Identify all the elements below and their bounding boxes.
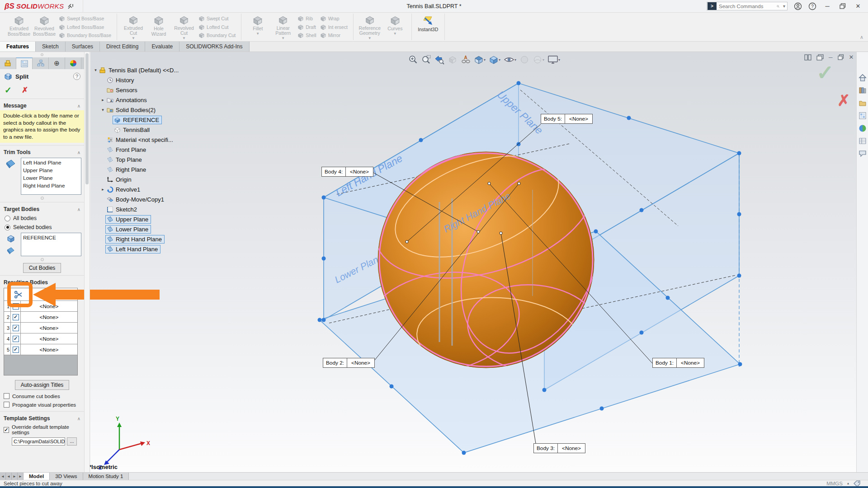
units-caret-icon[interactable]: ▴ <box>847 481 849 485</box>
tree-item-left-hand-plane[interactable]: Left Hand Plane <box>93 244 181 254</box>
collapse-arrow-icon[interactable]: ▸ <box>100 187 106 192</box>
resulting-body-row[interactable]: 4✓<None> <box>4 333 77 344</box>
zoom-to-fit-icon[interactable] <box>408 55 418 65</box>
tab-displaymanager[interactable] <box>65 57 81 69</box>
callout-value[interactable]: <None> <box>345 167 373 176</box>
ribbon-collapse-icon[interactable]: ∧ <box>860 34 863 40</box>
ribbon-button-lofted-cut[interactable]: Lofted Cut <box>198 24 236 30</box>
tab-surfaces[interactable]: Surfaces <box>66 42 100 52</box>
units-label[interactable]: MMGS <box>826 481 843 486</box>
ribbon-button-int-ersect[interactable]: Int ersect <box>320 24 348 30</box>
ribbon-button-instant3d[interactable]: Instant3D <box>415 14 441 40</box>
search-icon[interactable] <box>775 3 781 9</box>
appearances-scenes-icon[interactable] <box>859 124 867 132</box>
first-tab-button[interactable]: ◄ <box>0 473 6 480</box>
doc-close-button[interactable]: ✕ <box>849 54 854 61</box>
prev-tab-button[interactable]: ◄ <box>6 473 12 480</box>
dropdown-caret-icon[interactable]: ▼ <box>393 32 397 36</box>
dropdown-caret-icon[interactable]: ▼ <box>182 37 186 40</box>
resulting-body-row[interactable]: 1✓<None> <box>4 301 77 312</box>
panel-grip[interactable] <box>0 52 84 57</box>
tab-configurationmanager[interactable] <box>33 57 49 69</box>
help-icon[interactable]: ? <box>73 73 80 80</box>
trim-tool-item[interactable]: Left Hand Plane <box>23 159 79 167</box>
callout-value[interactable]: <None> <box>347 358 374 367</box>
resulting-bodies-section-header[interactable]: Resulting Bodies <box>0 278 84 287</box>
tree-item-solid-bodies-2[interactable]: ▾Solid Bodies(2) <box>93 105 181 115</box>
expand-arrow-icon[interactable]: ▾ <box>93 68 99 72</box>
ribbon-button-reference-geometry[interactable]: Reference Geometry▼ <box>357 14 382 40</box>
solidworks-resources-icon[interactable] <box>859 74 867 82</box>
search-input[interactable] <box>717 4 775 9</box>
tab-sketch[interactable]: Sketch <box>36 42 66 52</box>
row-checkbox[interactable]: ✓ <box>13 303 19 310</box>
ribbon-button-lofted-boss-base[interactable]: Lofted Boss/Base <box>59 24 111 30</box>
next-tab-button[interactable]: ► <box>12 473 18 480</box>
resize-handle[interactable] <box>41 258 44 261</box>
body-file-name[interactable]: <None> <box>21 323 77 333</box>
ribbon-button-swept-boss-base[interactable]: Swept Boss/Base <box>59 15 111 22</box>
apply-scene-button[interactable]: ▾ <box>533 55 544 65</box>
ribbon-button-linear-pattern[interactable]: Linear Pattern▼ <box>270 14 296 40</box>
trim-tools-section-header[interactable]: Trim Tools∧ <box>0 148 84 157</box>
override-template-checkbox[interactable]: ✓Override default template settings <box>0 423 84 436</box>
close-button[interactable]: ✕ <box>854 3 863 9</box>
ribbon-button-shell[interactable]: Shell <box>297 32 316 38</box>
tree-item-history[interactable]: History <box>93 75 181 85</box>
cancel-button[interactable]: ✗ <box>22 85 28 95</box>
tree-item-annotations[interactable]: ▸AAnnotations <box>93 95 181 105</box>
tree-item-material-not-specifi[interactable]: Material <not specifi... <box>93 135 181 145</box>
tab-direct-editing[interactable]: Direct Editing <box>100 42 145 52</box>
callout-body-2[interactable]: Body 2:<None> <box>323 358 375 368</box>
radio-all-bodies[interactable]: All bodies <box>0 214 84 223</box>
user-account-icon[interactable] <box>794 2 802 10</box>
body-file-name[interactable]: <None> <box>21 333 77 344</box>
section-view-icon[interactable] <box>448 55 458 65</box>
trim-tools-list[interactable]: Left Hand PlaneUpper PlaneLower PlaneRig… <box>21 158 81 195</box>
radio-selected-bodies[interactable]: Selected bodies <box>0 223 84 232</box>
callout-value[interactable]: <None> <box>557 444 585 453</box>
auto-assign-titles-button[interactable]: Auto-assign Titles <box>15 380 70 390</box>
view-palette-icon[interactable] <box>859 112 867 120</box>
resulting-bodies-table[interactable]: 1✓<None>2✓<None>3✓<None>4✓<None>5✓<None> <box>4 288 78 375</box>
ribbon-button-curves[interactable]: Curves▼ <box>382 14 408 40</box>
chevron-up-icon[interactable]: ∧ <box>77 416 80 421</box>
ribbon-button-boundary-boss-base[interactable]: Boundary Boss/Base <box>59 32 111 38</box>
tree-item-tennisball[interactable]: TennisBall <box>93 125 181 135</box>
trim-tool-item[interactable]: Upper Plane <box>23 167 79 174</box>
display-style-button[interactable]: ▾ <box>489 55 500 65</box>
hide-show-items-button[interactable]: ▾ <box>504 55 516 65</box>
ribbon-button-revolved-boss-base[interactable]: Revolved Boss/Base <box>32 14 57 40</box>
panel-scrollbar[interactable] <box>84 52 90 472</box>
resize-handle[interactable] <box>41 197 44 200</box>
dropdown-caret-icon[interactable]: ▼ <box>256 32 259 36</box>
ribbon-button-hole-wizard[interactable]: Hole Wizard <box>146 14 171 40</box>
help-icon[interactable]: ? <box>808 2 816 10</box>
tab-dimxpertmanager[interactable]: ⊕ <box>49 57 65 69</box>
collapse-arrow-icon[interactable]: ▸ <box>100 98 106 102</box>
tree-item-origin[interactable]: Origin <box>93 174 181 184</box>
callout-body-4[interactable]: Body 4:<None> <box>321 167 373 177</box>
resulting-body-row[interactable]: 3✓<None> <box>4 323 77 333</box>
view-settings-button[interactable]: ▾ <box>547 55 560 65</box>
ribbon-button-draft[interactable]: Draft <box>297 24 316 30</box>
row-checkbox[interactable]: ✓ <box>13 325 19 331</box>
view-orientation-button[interactable]: ▾ <box>474 55 486 65</box>
resulting-body-row[interactable]: 5✓<None> <box>4 344 77 355</box>
tree-item-lower-plane[interactable]: Lower Plane <box>93 224 181 234</box>
target-bodies-section-header[interactable]: Target Bodies∧ <box>0 205 84 214</box>
tab-propertymanager[interactable] <box>16 57 33 69</box>
row-checkbox[interactable]: ✓ <box>13 347 19 353</box>
callout-body-3[interactable]: Body 3:<None> <box>533 443 585 453</box>
document-tag-icon[interactable] <box>854 480 861 487</box>
dropdown-caret-icon[interactable]: ▼ <box>368 37 372 40</box>
tab-solidworks-add-ins[interactable]: SOLIDWORKS Add-Ins <box>179 42 249 52</box>
tree-item-top-plane[interactable]: Top Plane <box>93 155 181 164</box>
body-file-name[interactable]: <None> <box>21 301 77 311</box>
last-tab-button[interactable]: ► <box>18 473 24 480</box>
tab-evaluate[interactable]: Evaluate <box>145 42 179 52</box>
template-path-field[interactable]: C:\ProgramData\SOLIDWORK <box>12 437 65 446</box>
callout-body-1[interactable]: Body 1:<None> <box>652 358 704 368</box>
selected-body-item[interactable]: REFERENCE <box>23 234 79 242</box>
confirmation-ok-icon[interactable]: ✓ <box>816 61 834 85</box>
